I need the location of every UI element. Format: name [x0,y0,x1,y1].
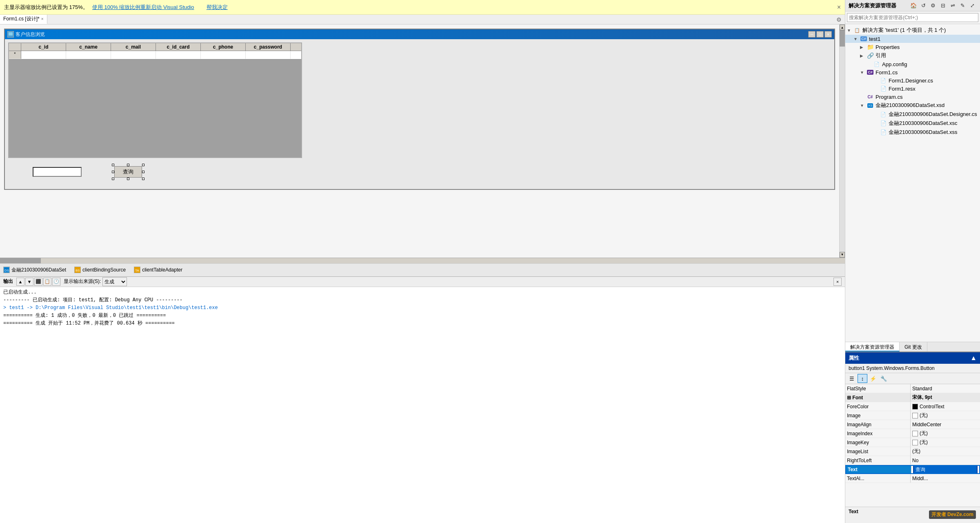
vscroll-thumb[interactable] [840,30,845,47]
datagrid-cell-1-3[interactable] [111,51,156,59]
tab-gear-icon[interactable]: ⚙ [833,16,845,23]
output-panel-section-buttons: ▲ ▼ ⬛ 📋 🕐 [16,278,60,286]
tree-dataset-xsd[interactable]: ▼ XS 金融2100300906DataSet.xsd [845,101,980,110]
properties-title: 属性 [849,354,859,362]
output-section-btn3[interactable]: ⬛ [34,278,42,286]
se-settings-button[interactable]: ⚙ [929,1,938,10]
properties-scroll-button[interactable]: ▲ [970,354,977,362]
prop-name-imageindex: ImageIndex [845,429,911,438]
output-section-btn5[interactable]: 🕐 [52,278,60,286]
forecolor-swatch [912,404,918,409]
output-move-down-button[interactable]: ▼ [25,278,33,286]
prop-name-forecolor: ForeColor [845,402,911,411]
prop-name-imagekey: ImageKey [845,438,911,447]
designer-vscroll[interactable]: ▲ ▼ [839,24,845,258]
se-toolbar-btn6[interactable]: ✎ [958,1,967,10]
prop-value-imageindex: (无) [911,429,980,438]
tray-item-dataset[interactable]: DS 金融2100300906DataSet [3,267,66,274]
se-toolbar-btn5[interactable]: ⇌ [948,1,957,10]
props-btn-pages[interactable]: 🔧 [879,374,889,383]
datagrid-cell-1-1[interactable] [21,51,66,59]
prop-value-imagealign: MiddleCenter [911,420,980,429]
output-line-4: ========== 生成: 1 成功，0 失败，0 最新，0 已跳过 ====… [3,312,842,320]
datagrid-cell-1-2[interactable] [66,51,111,59]
props-btn-alphabetical[interactable]: ↕ [858,374,867,383]
properties-toolbar: ☰ ↕ ⚡ 🔧 [845,373,980,384]
tree-dataset-xsc[interactable]: ▶ 📄 金融2100300906DataSet.xsc [845,119,980,128]
tree-programcs[interactable]: ▶ C# Program.cs [845,93,980,101]
output-close-button[interactable]: × [833,278,842,286]
bindingsource-icon: BS [74,267,81,273]
svg-rect-1 [9,32,13,36]
imagekey-swatch [912,440,918,445]
component-tray: DS 金融2100300906DataSet BS clientBindingS… [0,263,845,276]
se-maximize-button[interactable]: ⤢ [968,1,977,10]
vscroll-up-button[interactable]: ▲ [840,24,845,30]
tree-solution-root[interactable]: ▼ 📋 解决方案 'test1' (1 个项目，共 1 个) [845,26,980,35]
props-btn-categorized[interactable]: ☰ [847,374,857,383]
form-maximize-button[interactable]: □ [816,31,824,38]
form-titlebar-left: 客户信息浏览 [7,31,45,38]
prop-row-forecolor: ForeColor ControlText [845,402,980,411]
programcs-label: Program.cs [876,94,902,100]
output-line-1: 已启动生成... [3,289,842,296]
output-filter-select[interactable]: 生成 [102,277,127,286]
form1resx-icon: 📄 [880,85,887,92]
tree-references[interactable]: ▶ 🔗 引用 [845,51,980,60]
handle-tr [142,164,144,166]
tree-form1resx[interactable]: ▶ 📄 Form1.resx [845,85,980,93]
tray-tableadapter-label: clientTableAdapter [142,267,182,273]
tab-close-button[interactable]: × [41,17,44,21]
notification-link2[interactable]: 帮我决定 [207,4,228,11]
tree-dataset-designer[interactable]: ▶ 📄 金融2100300906DataSet.Designer.cs [845,110,980,119]
se-home-button[interactable]: 🏠 [909,1,918,10]
tree-dataset-xss[interactable]: ▶ 📄 金融2100300906DataSet.xss [845,128,980,137]
dataset-xsd-icon: XS [867,102,874,109]
tree-form1designer[interactable]: ▶ 📄 Form1.Designer.cs [845,76,980,85]
tray-item-tableadapter[interactable]: TA clientTableAdapter [134,267,182,273]
se-refresh-button[interactable]: ↺ [919,1,928,10]
panel-tab-git[interactable]: Git 更改 [900,342,927,352]
form-minimize-button[interactable]: ─ [808,31,816,38]
datagrid-cell-1-6[interactable] [246,51,291,59]
form-close-button[interactable]: × [824,31,832,38]
form-titlebar: 客户信息浏览 ─ □ × [5,29,834,39]
solution-explorer: 解决方案资源管理器 🏠 ↺ ⚙ ⊟ ⇌ ✎ ⤢ ▼ 📋 [845,0,980,342]
tree-form1cs[interactable]: ▼ C# Form1.cs [845,68,980,76]
hscroll-thumb[interactable] [0,258,41,263]
prop-value-font: 宋体, 9pt [911,393,980,402]
prop-value-imagelist: (无) [911,447,980,456]
solution-explorer-title: 解决方案资源管理器 [849,2,896,9]
prop-text-value-box[interactable]: 查询 [913,466,978,473]
notification-link1[interactable]: 使用 100% 缩放比例重新启动 Visual Studio [92,4,194,11]
form-titlebar-buttons: ─ □ × [808,31,832,38]
hscroll-track[interactable] [0,258,845,263]
tree-properties[interactable]: ▶ 📁 Properties [845,43,980,51]
tree-appconfig[interactable]: ▶ 📄 App.config [845,60,980,68]
textbox1[interactable] [33,167,82,177]
prop-name-righttoleft: RightToLeft [845,456,911,465]
datagrid-cell-1-5[interactable] [201,51,246,59]
output-section-btn4[interactable]: 📋 [43,278,51,286]
se-split-button[interactable]: ⊟ [938,1,947,10]
query-button[interactable]: 查询 [114,166,142,178]
props-btn-events[interactable]: ⚡ [868,374,878,383]
notification-close-button[interactable]: × [837,4,841,11]
solution-arrow: ▼ [847,28,853,33]
vscroll-down-button[interactable]: ▼ [840,252,845,258]
tab-form1-design[interactable]: Form1.cs [设计]* × [0,15,47,24]
solution-explorer-search-input[interactable] [847,13,978,22]
output-filter-label: 显示输出来源(S): [64,278,101,285]
vscroll-track[interactable] [840,30,845,252]
designer-hscroll[interactable] [0,258,845,263]
datagrid-col-cpassword: c_password [246,43,291,51]
output-move-up-button[interactable]: ▲ [16,278,24,286]
prop-row-flatstyle: FlatStyle Standard [845,384,980,393]
datagrid-cell-1-4[interactable] [156,51,201,59]
properties-label: Properties [876,44,900,50]
datagrid-col-cname: c_name [66,43,111,51]
tree-project-test1[interactable]: ▼ C# test1 [845,35,980,43]
panel-tab-solution-explorer[interactable]: 解决方案资源管理器 [845,342,900,352]
tray-item-bindingsource[interactable]: BS clientBindingSource [74,267,126,273]
dataset-xsc-icon: 📄 [880,120,887,127]
